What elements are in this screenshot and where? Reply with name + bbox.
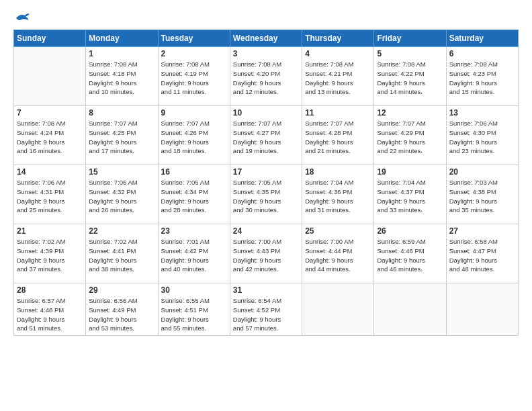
day-number: 5: [377, 49, 443, 58]
day-info: Sunrise: 7:07 AM Sunset: 4:28 PM Dayligh…: [305, 119, 371, 156]
day-number: 8: [89, 108, 154, 118]
day-number: 22: [89, 226, 154, 236]
day-number: 12: [377, 108, 443, 118]
calendar-day-cell: 22Sunrise: 7:02 AM Sunset: 4:41 PM Dayli…: [86, 224, 158, 283]
calendar-day-cell: 16Sunrise: 7:05 AM Sunset: 4:34 PM Dayli…: [158, 165, 230, 224]
day-info: Sunrise: 7:07 AM Sunset: 4:27 PM Dayligh…: [233, 119, 299, 156]
calendar-day-cell: 20Sunrise: 7:03 AM Sunset: 4:38 PM Dayli…: [446, 165, 518, 224]
day-number: 27: [449, 226, 515, 236]
calendar-day-cell: 29Sunrise: 6:56 AM Sunset: 4:49 PM Dayli…: [86, 283, 158, 336]
day-info: Sunrise: 7:07 AM Sunset: 4:29 PM Dayligh…: [377, 119, 443, 156]
calendar-day-cell: 5Sunrise: 7:08 AM Sunset: 4:22 PM Daylig…: [374, 47, 446, 106]
calendar-day-cell: 17Sunrise: 7:05 AM Sunset: 4:35 PM Dayli…: [230, 165, 302, 224]
calendar-week-row: 21Sunrise: 7:02 AM Sunset: 4:39 PM Dayli…: [14, 224, 519, 283]
calendar-day-cell: [374, 283, 446, 336]
day-info: Sunrise: 7:02 AM Sunset: 4:39 PM Dayligh…: [17, 237, 83, 274]
day-info: Sunrise: 6:59 AM Sunset: 4:46 PM Dayligh…: [377, 237, 443, 274]
calendar-day-cell: 25Sunrise: 7:00 AM Sunset: 4:44 PM Dayli…: [302, 224, 374, 283]
calendar-day-header: Monday: [86, 30, 158, 47]
calendar-week-row: 28Sunrise: 6:57 AM Sunset: 4:48 PM Dayli…: [14, 283, 519, 336]
day-info: Sunrise: 6:56 AM Sunset: 4:49 PM Dayligh…: [89, 296, 154, 333]
day-number: 11: [305, 108, 371, 118]
day-number: 2: [161, 49, 227, 58]
day-info: Sunrise: 7:08 AM Sunset: 4:19 PM Dayligh…: [161, 60, 227, 97]
day-info: Sunrise: 7:06 AM Sunset: 4:30 PM Dayligh…: [449, 119, 515, 156]
calendar-day-cell: 15Sunrise: 7:06 AM Sunset: 4:32 PM Dayli…: [86, 165, 158, 224]
day-info: Sunrise: 7:00 AM Sunset: 4:44 PM Dayligh…: [305, 237, 371, 274]
calendar-day-cell: 26Sunrise: 6:59 AM Sunset: 4:46 PM Dayli…: [374, 224, 446, 283]
day-info: Sunrise: 6:54 AM Sunset: 4:52 PM Dayligh…: [233, 296, 299, 333]
day-info: Sunrise: 7:04 AM Sunset: 4:36 PM Dayligh…: [305, 178, 371, 215]
day-number: 13: [449, 108, 515, 118]
day-number: 1: [89, 49, 154, 58]
logo-bird-icon: [15, 12, 30, 24]
day-info: Sunrise: 7:08 AM Sunset: 4:22 PM Dayligh…: [377, 60, 443, 97]
calendar-day-header: Saturday: [446, 30, 518, 47]
logo: [13, 12, 30, 24]
calendar-day-cell: 13Sunrise: 7:06 AM Sunset: 4:30 PM Dayli…: [446, 106, 518, 165]
calendar-day-header: Sunday: [14, 30, 86, 47]
calendar-week-row: 14Sunrise: 7:06 AM Sunset: 4:31 PM Dayli…: [14, 165, 519, 224]
header: [13, 12, 519, 24]
calendar-day-cell: 30Sunrise: 6:55 AM Sunset: 4:51 PM Dayli…: [158, 283, 230, 336]
calendar-day-cell: 21Sunrise: 7:02 AM Sunset: 4:39 PM Dayli…: [14, 224, 86, 283]
calendar-week-row: 7Sunrise: 7:08 AM Sunset: 4:24 PM Daylig…: [14, 106, 519, 165]
day-number: 15: [89, 167, 154, 177]
day-info: Sunrise: 7:08 AM Sunset: 4:18 PM Dayligh…: [89, 60, 154, 97]
day-number: 30: [161, 285, 227, 295]
day-info: Sunrise: 6:57 AM Sunset: 4:48 PM Dayligh…: [17, 296, 83, 333]
calendar-day-cell: [446, 283, 518, 336]
calendar-day-cell: 1Sunrise: 7:08 AM Sunset: 4:18 PM Daylig…: [86, 47, 158, 106]
day-info: Sunrise: 7:01 AM Sunset: 4:42 PM Dayligh…: [161, 237, 227, 274]
calendar-day-cell: 6Sunrise: 7:08 AM Sunset: 4:23 PM Daylig…: [446, 47, 518, 106]
calendar-day-cell: 19Sunrise: 7:04 AM Sunset: 4:37 PM Dayli…: [374, 165, 446, 224]
day-info: Sunrise: 7:06 AM Sunset: 4:32 PM Dayligh…: [89, 178, 154, 215]
day-number: 6: [449, 49, 515, 58]
calendar-day-cell: 11Sunrise: 7:07 AM Sunset: 4:28 PM Dayli…: [302, 106, 374, 165]
day-number: 28: [17, 285, 83, 295]
day-info: Sunrise: 7:03 AM Sunset: 4:38 PM Dayligh…: [449, 178, 515, 215]
calendar-day-cell: 7Sunrise: 7:08 AM Sunset: 4:24 PM Daylig…: [14, 106, 86, 165]
day-number: 24: [233, 226, 299, 236]
day-info: Sunrise: 7:08 AM Sunset: 4:20 PM Dayligh…: [233, 60, 299, 97]
day-number: 7: [17, 108, 83, 118]
calendar-week-row: 1Sunrise: 7:08 AM Sunset: 4:18 PM Daylig…: [14, 47, 519, 106]
day-info: Sunrise: 7:05 AM Sunset: 4:34 PM Dayligh…: [161, 178, 227, 215]
calendar-day-cell: [14, 47, 86, 106]
day-info: Sunrise: 6:58 AM Sunset: 4:47 PM Dayligh…: [449, 237, 515, 274]
day-number: 10: [233, 108, 299, 118]
calendar-day-cell: 31Sunrise: 6:54 AM Sunset: 4:52 PM Dayli…: [230, 283, 302, 336]
calendar-table: SundayMondayTuesdayWednesdayThursdayFrid…: [13, 30, 519, 336]
calendar-day-cell: 9Sunrise: 7:07 AM Sunset: 4:26 PM Daylig…: [158, 106, 230, 165]
day-info: Sunrise: 7:05 AM Sunset: 4:35 PM Dayligh…: [233, 178, 299, 215]
calendar-day-cell: 12Sunrise: 7:07 AM Sunset: 4:29 PM Dayli…: [374, 106, 446, 165]
calendar-day-header: Friday: [374, 30, 446, 47]
calendar-day-cell: 27Sunrise: 6:58 AM Sunset: 4:47 PM Dayli…: [446, 224, 518, 283]
calendar-day-cell: 18Sunrise: 7:04 AM Sunset: 4:36 PM Dayli…: [302, 165, 374, 224]
day-number: 20: [449, 167, 515, 177]
day-number: 19: [377, 167, 443, 177]
day-number: 17: [233, 167, 299, 177]
calendar-day-cell: 4Sunrise: 7:08 AM Sunset: 4:21 PM Daylig…: [302, 47, 374, 106]
day-number: 18: [305, 167, 371, 177]
day-number: 25: [305, 226, 371, 236]
calendar-day-cell: 24Sunrise: 7:00 AM Sunset: 4:43 PM Dayli…: [230, 224, 302, 283]
calendar-day-cell: 2Sunrise: 7:08 AM Sunset: 4:19 PM Daylig…: [158, 47, 230, 106]
day-number: 3: [233, 49, 299, 58]
day-info: Sunrise: 7:07 AM Sunset: 4:26 PM Dayligh…: [161, 119, 227, 156]
calendar-day-cell: 10Sunrise: 7:07 AM Sunset: 4:27 PM Dayli…: [230, 106, 302, 165]
calendar-day-cell: 3Sunrise: 7:08 AM Sunset: 4:20 PM Daylig…: [230, 47, 302, 106]
calendar-day-header: Tuesday: [158, 30, 230, 47]
calendar-day-cell: 8Sunrise: 7:07 AM Sunset: 4:25 PM Daylig…: [86, 106, 158, 165]
day-number: 9: [161, 108, 227, 118]
day-number: 29: [89, 285, 154, 295]
calendar-day-cell: [302, 283, 374, 336]
day-number: 16: [161, 167, 227, 177]
day-info: Sunrise: 7:08 AM Sunset: 4:23 PM Dayligh…: [449, 60, 515, 97]
day-number: 4: [305, 49, 371, 58]
day-info: Sunrise: 7:06 AM Sunset: 4:31 PM Dayligh…: [17, 178, 83, 215]
day-number: 31: [233, 285, 299, 295]
calendar-day-cell: 14Sunrise: 7:06 AM Sunset: 4:31 PM Dayli…: [14, 165, 86, 224]
calendar-day-cell: 23Sunrise: 7:01 AM Sunset: 4:42 PM Dayli…: [158, 224, 230, 283]
day-number: 23: [161, 226, 227, 236]
